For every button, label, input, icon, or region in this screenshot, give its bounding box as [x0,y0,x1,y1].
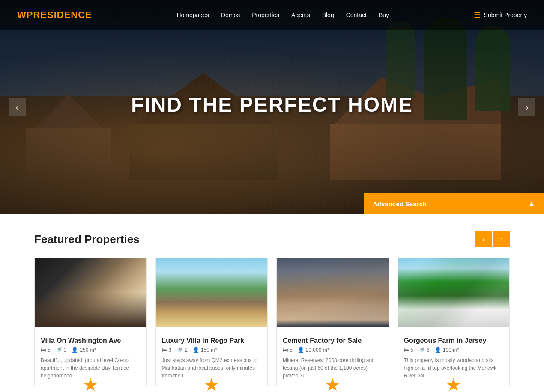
nav-agents[interactable]: Agents [291,12,310,18]
property-card[interactable]: Luxury Villa In Rego Park 🛏 3 🚿 2 👤 1 [155,258,268,386]
baths-meta: 🚿 3 [56,347,67,353]
card-title: Villa On Washington Ave [41,337,140,344]
nav-properties[interactable]: Properties [252,12,279,18]
area-meta: 👤 150 m² [193,347,217,353]
carousel-next-button[interactable]: › [493,231,510,247]
property-image [156,258,268,327]
card-body: Luxury Villa In Rego Park 🛏 3 🚿 2 👤 1 [156,327,268,386]
card-body: Cement Factory for Sale 🛏 5 👤 29.000 m² … [277,327,389,386]
site-header: WPRESIDENCE Homepages Demos Properties A… [0,0,544,30]
beds-meta: 🛏 5 [41,347,51,353]
card-description: Mineral Reserves: 2008 core drilling and… [283,356,383,380]
nav-homepages[interactable]: Homepages [176,12,209,18]
card-meta: 🛏 5 👤 29.000 m² [283,347,383,353]
carousel-prev-button[interactable]: ‹ [475,231,492,247]
property-image [35,258,146,327]
menu-lines-icon: ☰ [474,10,481,20]
card-title: Gorgeous Farm in Jersey [404,337,504,344]
site-logo: WPRESIDENCE [17,9,92,21]
card-meta: 🛏 3 🚿 2 👤 150 m² [162,347,262,353]
featured-header: Featured Properties ‹ › [34,231,510,247]
card-description: Just steps away from QM2 express bus to … [162,356,262,380]
property-card[interactable]: Gorgeous Farm in Jersey 🛏 5 🚿 6 👤 190 [398,258,510,386]
card-body: Gorgeous Farm in Jersey 🛏 5 🚿 6 👤 190 [398,327,510,386]
advanced-search-chevron-icon: ▲ [528,199,535,208]
area-meta: 👤 190 m² [435,347,459,353]
logo-highlight: WP [17,9,33,20]
property-card[interactable]: Villa On Washington Ave 🛏 5 🚿 3 👤 250 [34,258,147,386]
nav-blog[interactable]: Blog [322,12,334,18]
submit-property-button[interactable]: ☰ Submit Property [474,10,527,20]
carousel-controls: ‹ › [475,231,510,247]
featured-title: Featured Properties [34,233,140,246]
beds-meta: 🛏 5 [404,347,414,353]
property-image [277,258,389,327]
property-card[interactable]: Cement Factory for Sale 🛏 5 👤 29.000 m² … [276,258,389,386]
baths-meta: 🚿 2 [176,347,188,353]
hero-prev-button[interactable]: ‹ [9,98,26,116]
property-image [398,258,510,327]
beds-meta: 🛏 5 [283,347,293,353]
advanced-search-label: Advanced Search [373,200,427,208]
hero-section: FIND THE PERFECT HOME ‹ › Advanced Searc… [0,0,544,214]
area-meta: 👤 250 m² [72,347,96,353]
card-title: Cement Factory for Sale [283,337,383,344]
card-meta: 🛏 5 🚿 6 👤 190 m² [404,347,504,353]
nav-demos[interactable]: Demos [221,12,240,18]
nav-contact[interactable]: Contact [346,12,367,18]
card-body: Villa On Washington Ave 🛏 5 🚿 3 👤 250 [35,327,146,386]
hero-next-button[interactable]: › [518,98,535,116]
baths-meta: 🚿 6 [418,347,430,353]
card-description: Beautiful, updated, ground level Co-op a… [41,356,140,380]
properties-grid: Villa On Washington Ave 🛏 5 🚿 3 👤 250 [34,258,510,386]
main-nav: Homepages Demos Properties Agents Blog C… [176,12,389,18]
featured-section: Featured Properties ‹ › Villa On Washing… [0,214,544,392]
area-meta: 👤 29.000 m² [298,347,329,353]
advanced-search-bar[interactable]: Advanced Search ▲ [364,193,544,214]
hero-title: FIND THE PERFECT HOME [131,93,413,116]
nav-buy[interactable]: Buy [379,12,389,18]
card-title: Luxury Villa In Rego Park [162,337,262,344]
beds-meta: 🛏 3 [162,347,172,353]
card-meta: 🛏 5 🚿 3 👤 250 m² [41,347,140,353]
card-description: This property is mostly wooded and sits … [404,356,504,380]
